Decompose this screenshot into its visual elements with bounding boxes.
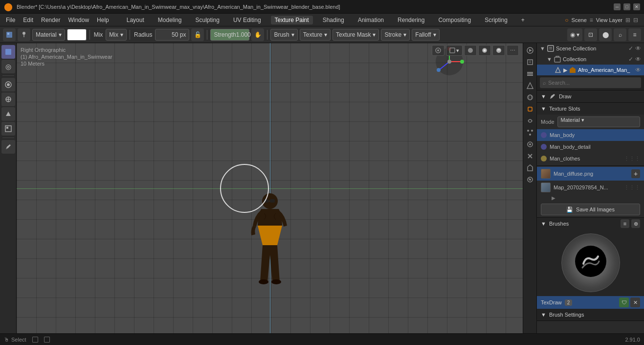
collection-vis-icon[interactable]: ✓ (628, 56, 633, 63)
draw-section-header[interactable]: ▼ Draw (537, 91, 644, 102)
maximize-button[interactable]: □ (623, 3, 630, 10)
viewport-camera-btn[interactable] (432, 45, 444, 56)
svg-point-57 (575, 246, 606, 277)
afro-man-object-row[interactable]: ▶ Afro_American_Man_ 👁 (537, 65, 644, 75)
blend-mode-dropdown[interactable]: Mix ▾ (106, 29, 127, 41)
menu-window[interactable]: Window (64, 16, 93, 24)
soften-tool-btn[interactable]: ◎ (1, 60, 15, 73)
scene-name[interactable]: Scene (572, 17, 587, 23)
mask-tool-btn[interactable] (1, 122, 15, 136)
menu-file[interactable]: File (2, 16, 19, 24)
clone-tool-btn[interactable] (1, 92, 15, 106)
modifier-props-btn[interactable] (525, 115, 535, 126)
object-vis-icon[interactable]: 👁 (635, 67, 641, 73)
view-layer-name[interactable]: View Layer (596, 17, 622, 23)
texture-man-diffuse[interactable]: Man_diffuse.png + (537, 167, 644, 181)
brushes-view-btn[interactable]: ≡ (621, 219, 629, 228)
fill-tool-btn[interactable] (1, 107, 15, 121)
strength-pressure-icon[interactable]: ✋ (251, 28, 264, 41)
material-props-btn[interactable] (525, 174, 535, 185)
workspace-sculpting[interactable]: Sculpting (192, 16, 223, 24)
workspace-rendering[interactable]: Rendering (394, 16, 428, 24)
texture-mask-dropdown[interactable]: Texture Mask ▾ (333, 29, 379, 41)
texture-map-normal[interactable]: Map_2070297854_N... ⋮⋮⋮ (537, 181, 644, 194)
svg-point-17 (259, 279, 268, 284)
scene-collection-eye-icon[interactable]: 👁 (635, 45, 641, 52)
svg-rect-29 (450, 48, 455, 53)
viewport-shading-rendered[interactable] (492, 45, 505, 56)
workspace-layout[interactable]: Layout (123, 16, 148, 24)
slot-man-body-detail[interactable]: Man_body_detail (537, 141, 644, 153)
brush-shield-icon[interactable]: 🛡 (619, 298, 629, 307)
falloff-dropdown[interactable]: Falloff ▾ (412, 29, 439, 41)
brushes-add-btn[interactable]: ⊕ (631, 219, 640, 228)
brushes-section: ▼ Brushes ≡ ⊕ (537, 218, 644, 321)
scene-collection-vis-icon[interactable]: ✓ (628, 45, 633, 52)
minimize-button[interactable]: ─ (614, 3, 621, 10)
workspace-modeling[interactable]: Modeling (154, 16, 186, 24)
render-props-btn[interactable] (525, 45, 535, 56)
svg-point-45 (527, 130, 529, 132)
workspace-compositing[interactable]: Compositing (434, 16, 475, 24)
add-workspace-button[interactable]: + (517, 16, 529, 24)
brush-preview-circle[interactable] (561, 233, 620, 292)
constraints-props-btn[interactable] (525, 151, 535, 161)
slot-man-clothes[interactable]: Man_clothes ⋮⋮⋮ (537, 153, 644, 164)
workspace-uv-editing[interactable]: UV Editing (229, 16, 265, 24)
viewport[interactable]: Right Orthographic (1) Afro_American_Man… (17, 43, 523, 333)
collection-row[interactable]: ▼ Collection ✓ 👁 (537, 54, 644, 65)
add-texture-btn[interactable]: + (631, 169, 640, 178)
prop-edit-toggle[interactable]: ⬤ (599, 28, 612, 41)
brush-close-btn[interactable]: ✕ (630, 298, 640, 307)
color-swatch[interactable] (67, 29, 87, 41)
viewport-mode-icon[interactable] (3, 28, 16, 41)
workspace-shading[interactable]: Shading (319, 16, 348, 24)
close-button[interactable]: ✕ (633, 3, 640, 10)
radius-lock-icon[interactable]: 🔓 (191, 28, 204, 41)
overlay-toggle[interactable]: ◉ ▾ (567, 28, 582, 41)
viewport-shading-solid[interactable] (464, 45, 477, 56)
brushes-header[interactable]: ▼ Brushes ≡ ⊕ (537, 218, 644, 230)
data-props-btn[interactable] (525, 162, 535, 173)
radius-input[interactable] (155, 29, 189, 41)
physics-props-btn[interactable] (525, 139, 535, 150)
save-all-images-btn[interactable]: 💾 Save All Images (541, 204, 640, 215)
world-props-btn[interactable] (525, 92, 535, 103)
stroke-dropdown[interactable]: Stroke ▾ (381, 29, 410, 41)
output-props-btn[interactable] (525, 57, 535, 68)
viewport-shading-material[interactable] (478, 45, 491, 56)
properties-search-input[interactable] (548, 80, 638, 86)
viewport-display-btn[interactable]: ▾ (446, 45, 463, 56)
texture-expand-icon[interactable]: ▶ (552, 195, 555, 201)
brush-tool-icon[interactable] (18, 28, 30, 41)
workspace-animation[interactable]: Animation (354, 16, 388, 24)
svg-rect-56 (555, 57, 560, 62)
paint-mode-dropdown[interactable]: Material ▾ (32, 29, 65, 41)
annotate-tool-btn[interactable] (1, 140, 15, 154)
object-props-btn[interactable] (525, 104, 535, 115)
workspace-scripting[interactable]: Scripting (481, 16, 511, 24)
texture-slots-header[interactable]: ▼ Texture Slots (537, 103, 644, 115)
menu-edit[interactable]: Edit (19, 16, 37, 24)
menu-render[interactable]: Render (37, 16, 64, 24)
texture-dropdown[interactable]: Texture ▾ (300, 29, 331, 41)
snap-toggle[interactable]: ⊡ (584, 28, 597, 41)
collection-eye-icon[interactable]: 👁 (635, 56, 641, 63)
strength-field[interactable]: Strength 1.000 (210, 29, 249, 41)
svg-rect-35 (528, 60, 533, 65)
slot-man-body[interactable]: Man_body (537, 129, 644, 141)
brush-dropdown[interactable]: Brush ▾ (270, 29, 297, 41)
draw-tool-btn[interactable] (1, 45, 15, 59)
filter-button[interactable]: ≡ (628, 28, 641, 41)
menu-help[interactable]: Help (93, 16, 113, 24)
viewport-extra-btn[interactable]: ⋯ (507, 45, 519, 56)
brush-settings-header[interactable]: ▼ Brush Settings (537, 309, 644, 321)
scene-collection-row[interactable]: ▼ Scene Collection ✓ 👁 (537, 43, 644, 54)
particle-props-btn[interactable] (525, 127, 535, 138)
search-button[interactable]: ⌕ (614, 28, 626, 41)
smear-tool-btn[interactable] (1, 78, 15, 92)
workspace-texture-paint[interactable]: Texture Paint (271, 16, 313, 24)
scene-props-btn[interactable] (525, 80, 535, 91)
mode-dropdown[interactable]: Material ▾ (557, 116, 640, 127)
view-layer-props-btn[interactable] (525, 69, 535, 79)
